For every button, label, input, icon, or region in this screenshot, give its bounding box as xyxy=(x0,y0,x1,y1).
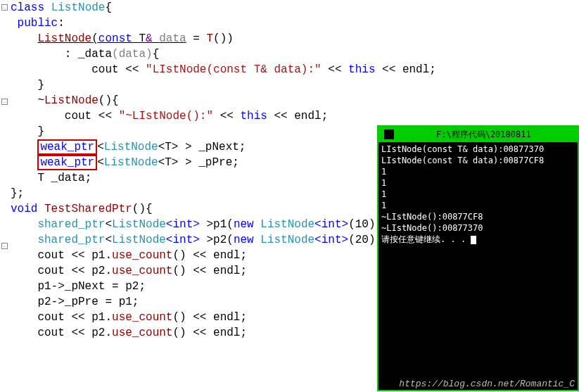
console-window[interactable]: F:\程序代码\20180811 LIstNode(const T& data)… xyxy=(377,125,579,391)
code-line[interactable]: } xyxy=(0,77,579,93)
console-icon xyxy=(384,129,394,139)
code-line[interactable]: class ListNode{ xyxy=(0,0,579,15)
code-line[interactable]: cout << "~LIstNode():" << this << endl; xyxy=(0,108,579,124)
code-line[interactable]: cout << "LIstNode(const T& data):" << th… xyxy=(0,62,579,77)
watermark: https://blog.csdn.net/Romantic_C xyxy=(399,379,575,389)
console-titlebar[interactable]: F:\程序代码\20180811 xyxy=(378,127,578,142)
console-title-text: F:\程序代码\20180811 xyxy=(436,127,531,142)
code-line[interactable]: : _data(data){ xyxy=(0,46,579,62)
code-line[interactable]: public: xyxy=(0,15,579,31)
code-line[interactable]: ListNode(const T& data = T()) xyxy=(0,31,579,46)
cursor-icon xyxy=(471,236,476,244)
code-line[interactable]: ~ListNode(){ xyxy=(0,93,579,108)
console-output: LIstNode(const T& data):00877370LIstNode… xyxy=(378,142,578,246)
